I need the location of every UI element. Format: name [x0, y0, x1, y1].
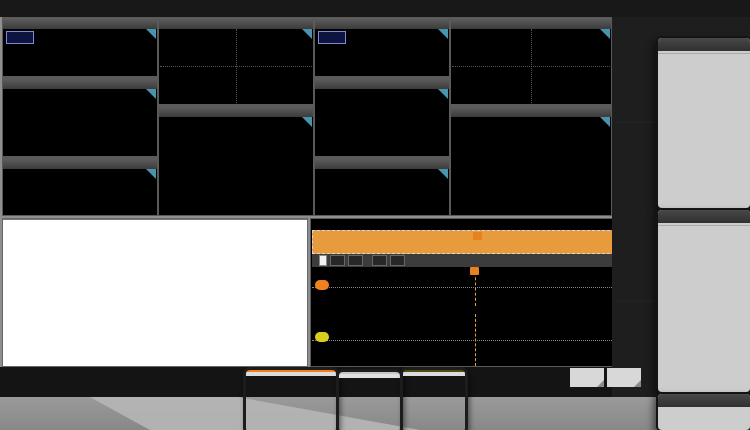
plot-body — [316, 29, 448, 75]
plot-body — [452, 117, 610, 214]
popup-subtitle — [658, 51, 750, 54]
plot-resize-grip[interactable] — [438, 89, 448, 99]
m1-badge[interactable] — [315, 280, 329, 290]
plot-resize-grip[interactable] — [302, 29, 312, 39]
badge-lines — [339, 374, 400, 378]
eye-diagram-chart — [160, 29, 312, 103]
acquisition-panel[interactable] — [607, 368, 641, 396]
plot-panel-tie-histogram-meas1[interactable] — [2, 17, 158, 77]
plot-body — [316, 169, 448, 214]
plot-overview-thumbnail[interactable] — [318, 31, 346, 44]
v-zoom-out-button[interactable] — [390, 255, 405, 266]
popup-subtitle — [658, 223, 750, 226]
plot-title-bar[interactable] — [315, 78, 449, 89]
plot-title-bar[interactable] — [315, 158, 449, 169]
horizontal-value[interactable] — [570, 368, 604, 387]
badge-lines — [246, 372, 336, 376]
bathtub-chart — [4, 169, 156, 214]
plot-resize-grip[interactable] — [600, 117, 610, 127]
waveform-view-panel — [310, 218, 642, 367]
popup-header[interactable] — [658, 38, 750, 51]
plot-title-bar[interactable] — [159, 106, 313, 117]
plot-body — [4, 29, 156, 75]
plot-resize-grip[interactable] — [438, 29, 448, 39]
waveform-overview-band[interactable] — [312, 230, 640, 254]
menu-bar — [0, 0, 750, 17]
popup-header[interactable] — [658, 394, 750, 407]
meas2-results-popup[interactable] — [656, 392, 750, 430]
plot-body — [160, 117, 312, 214]
plot-overview-thumbnail[interactable] — [6, 31, 34, 44]
plot-panel-composite-jitter-meas1[interactable] — [2, 77, 158, 157]
plot-title-bar[interactable] — [3, 18, 157, 29]
trigger-marker[interactable] — [470, 267, 479, 275]
h-zoom-in-button[interactable] — [330, 255, 345, 266]
plot-title-bar[interactable] — [3, 78, 157, 89]
tie-spectrum-chart — [452, 117, 610, 214]
tie-spectrum-chart — [160, 117, 312, 214]
plot-body — [316, 89, 448, 155]
deembedded-signal-trace — [312, 314, 640, 366]
plot-panel-tie-spectrum-meas4[interactable] — [450, 105, 612, 216]
meas2-value — [658, 409, 750, 410]
plot-panel-eye-diagram-meas4[interactable] — [450, 17, 612, 105]
results-header-row — [3, 219, 307, 220]
plot-title-bar[interactable] — [159, 18, 313, 29]
mini-results-badge-meas2[interactable] — [617, 300, 657, 302]
plot-title-bar[interactable] — [315, 18, 449, 29]
meas4-results-popup[interactable] — [656, 208, 750, 394]
plot-resize-grip[interactable] — [146, 29, 156, 39]
mini-results-badge-meas1[interactable] — [617, 121, 657, 123]
add-new-button[interactable] — [616, 18, 748, 30]
badge-lines — [403, 372, 465, 376]
horizontal-panel[interactable] — [570, 368, 604, 396]
magnified-badge-math2[interactable] — [400, 367, 468, 430]
bathtub-chart — [316, 169, 448, 214]
popup-header[interactable] — [658, 210, 750, 223]
deembedded-signal-zone[interactable] — [312, 314, 640, 366]
plot-title-bar[interactable] — [451, 106, 611, 117]
measurement-results-panel — [2, 218, 308, 367]
eye-diagram-chart — [452, 29, 610, 103]
plot-resize-grip[interactable] — [438, 169, 448, 179]
plot-panel-tie-spectrum-meas1[interactable] — [158, 105, 314, 216]
plot-body — [4, 169, 156, 214]
plot-body — [160, 29, 312, 103]
plot-panel-composite-jitter-meas4[interactable] — [314, 77, 450, 157]
acquisition-value[interactable] — [607, 368, 641, 387]
zoom-toolbar — [312, 254, 640, 267]
plot-resize-grip[interactable] — [146, 169, 156, 179]
meas1-results-popup[interactable] — [656, 36, 750, 210]
magnified-badge-sim1[interactable] — [336, 369, 403, 430]
fold-corner — [634, 380, 641, 387]
h-zoom-value[interactable] — [319, 255, 327, 266]
plot-panel-eye-diagram-meas1[interactable] — [158, 17, 314, 105]
plot-title-bar[interactable] — [3, 158, 157, 169]
v-zoom-in-button[interactable] — [372, 255, 387, 266]
plot-resize-grip[interactable] — [302, 117, 312, 127]
plot-title-bar[interactable] — [451, 18, 611, 29]
acquired-signal-zone[interactable] — [312, 267, 640, 306]
plot-body — [452, 29, 610, 103]
magnified-badge-math1[interactable] — [243, 367, 339, 430]
fold-corner — [597, 380, 604, 387]
plot-panel-tie-histogram-meas4[interactable] — [314, 17, 450, 77]
plot-resize-grip[interactable] — [146, 89, 156, 99]
composite-jitter-chart — [4, 89, 156, 155]
composite-jitter-chart — [316, 89, 448, 155]
h-zoom-out-button[interactable] — [348, 255, 363, 266]
plot-panel-bathtub-meas1[interactable] — [2, 157, 158, 216]
plot-panel-bathtub-meas4[interactable] — [314, 157, 450, 216]
m2-badge[interactable] — [315, 332, 329, 342]
trigger-marker[interactable] — [473, 232, 482, 240]
plot-body — [4, 89, 156, 155]
plot-resize-grip[interactable] — [600, 29, 610, 39]
